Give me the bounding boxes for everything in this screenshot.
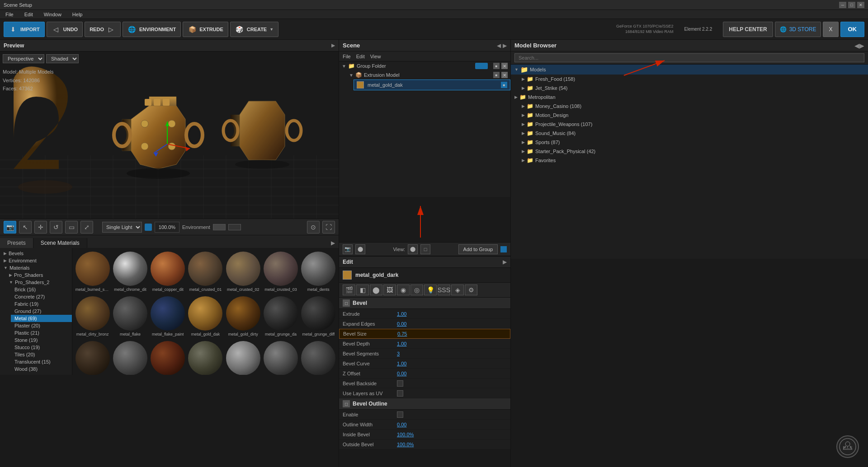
cancel-button[interactable]: X: [823, 22, 838, 37]
tree-ground[interactable]: Ground (27): [11, 308, 72, 315]
scene-menu-file[interactable]: File: [343, 54, 351, 59]
tree-metal[interactable]: Metal (69): [11, 315, 72, 322]
tab-presets[interactable]: Presets: [0, 238, 33, 248]
prop-outside-bevel-value[interactable]: 100.0%: [397, 442, 507, 447]
menu-file[interactable]: File: [4, 11, 15, 18]
move-button[interactable]: ✛: [34, 221, 47, 234]
bevel-section-header[interactable]: □ Bevel: [339, 298, 510, 309]
menu-help[interactable]: Help: [71, 11, 85, 18]
viewport-area[interactable]: Perspective Shaded Model: Multiple Model…: [0, 51, 339, 219]
mb-node-sports[interactable]: ▶ 📁 Sports (87): [518, 138, 868, 147]
list-item[interactable]: metal_gold_dak: [187, 294, 224, 338]
model-browser-expand-button[interactable]: ◀: [854, 42, 859, 49]
material-vis-button[interactable]: ■: [501, 82, 507, 88]
tab-refraction-icon[interactable]: ◎: [410, 285, 423, 295]
tab-settings-icon[interactable]: ⚙: [465, 285, 477, 295]
prop-outline-width-value[interactable]: 0.00: [397, 422, 507, 427]
list-item[interactable]: metal_copper_dit: [150, 250, 186, 294]
list-item[interactable]: metal_pannel_colo: [300, 339, 337, 375]
scene-expand-button[interactable]: ◀: [497, 42, 501, 49]
frame-button[interactable]: ▭: [65, 221, 78, 234]
maximize-button[interactable]: □: [848, 2, 855, 8]
tree-materials[interactable]: ▼ Materials: [0, 264, 72, 271]
prop-expand-edges-value[interactable]: 0.00: [397, 321, 507, 327]
select-button[interactable]: ↖: [19, 221, 32, 234]
prop-extrude-value[interactable]: 1.00: [397, 311, 507, 317]
prop-inside-bevel-value[interactable]: 100.0%: [397, 432, 507, 437]
prop-outline-enable-checkbox[interactable]: [397, 411, 403, 418]
view-mode-select[interactable]: Perspective: [3, 54, 44, 63]
prop-bevel-segments-value[interactable]: 3: [397, 351, 507, 356]
edit-expand-button[interactable]: ▶: [503, 259, 507, 265]
list-item[interactable]: metal_grunge_rust: [150, 339, 186, 375]
environment-button[interactable]: 🌐 ENVIRONMENT: [123, 22, 181, 37]
list-item[interactable]: metal_painted: [262, 339, 299, 375]
tree-tiles[interactable]: Tiles (20): [11, 351, 72, 358]
tab-diffuse-icon[interactable]: ⬤: [370, 285, 382, 295]
tree-wood[interactable]: Wood (38): [11, 365, 72, 373]
redo-button[interactable]: REDO ▷: [85, 22, 121, 37]
scene-menu-view[interactable]: View: [370, 54, 381, 59]
ok-button[interactable]: OK: [840, 22, 865, 37]
bevel-outline-section-header[interactable]: □ Bevel Outline: [339, 398, 510, 410]
mb-node-sound-music[interactable]: ▶ 📁 Sound_Music (84): [518, 129, 868, 138]
tree-pro-shaders-2[interactable]: ▼ Pro_Shaders_2: [5, 279, 72, 286]
tree-concrete[interactable]: Concrete (27): [11, 293, 72, 300]
tab-scene-materials[interactable]: Scene Materials: [33, 238, 87, 248]
help-center-button[interactable]: HELP CENTER: [723, 22, 773, 37]
add-to-group-color-button[interactable]: [500, 246, 507, 252]
tree-plaster[interactable]: Plaster (20): [11, 322, 72, 329]
preview-collapse-button[interactable]: ▶: [331, 43, 335, 48]
mb-node-starter-pack[interactable]: ▶ 📁 Starter_Pack_Physical (42): [518, 147, 868, 156]
list-item[interactable]: metal_burned_scat: [74, 250, 111, 294]
mb-node-favorites[interactable]: ▶ 📁 Favorites: [518, 156, 868, 165]
view-cube-button[interactable]: □: [420, 244, 430, 254]
mb-node-models[interactable]: ▼ 📁 Models: [511, 65, 868, 75]
list-item[interactable]: metal_dents: [300, 250, 337, 294]
list-item[interactable]: metal_grunge_diff: [300, 294, 337, 338]
prop-bevel-backside-checkbox[interactable]: [397, 380, 403, 387]
close-button[interactable]: ✕: [857, 2, 864, 8]
add-to-group-button[interactable]: Add to Group: [458, 244, 498, 254]
tree-fabric[interactable]: Fabric (19): [11, 300, 72, 308]
list-item[interactable]: metal_flake: [112, 294, 148, 338]
list-item[interactable]: metal_crusted_03: [262, 250, 299, 294]
list-item[interactable]: metal_grunge_mid: [112, 339, 148, 375]
minimize-button[interactable]: ─: [839, 2, 846, 8]
mb-node-jet-strike[interactable]: ▶ 📁 Jet_Strike (54): [518, 84, 868, 93]
tab-image-icon[interactable]: 🖼: [383, 285, 396, 295]
scene-node-group-folder[interactable]: ▼ 📁 Group Folder ■ ✕: [339, 61, 510, 70]
list-item[interactable]: metal_dirty_bronz: [74, 294, 111, 338]
mb-node-projectile-weapons[interactable]: ▶ 📁 Projectile_Weapons (107): [518, 120, 868, 129]
view-sphere-button[interactable]: ⬤: [408, 244, 418, 254]
tab-illumination-icon[interactable]: 💡: [424, 285, 437, 295]
extrusion-vis-button[interactable]: ■: [493, 72, 500, 78]
menu-edit[interactable]: Edit: [23, 11, 35, 18]
scene-menu-edit[interactable]: Edit: [356, 54, 365, 59]
light-toggle[interactable]: [145, 224, 152, 231]
list-item[interactable]: metal_crusted_02: [225, 250, 261, 294]
viewport-layout-button[interactable]: ⛶: [322, 221, 335, 234]
tab-scene-icon[interactable]: 🎬: [343, 285, 355, 295]
tree-environment[interactable]: ▶ Environment: [0, 257, 72, 264]
tree-translucent[interactable]: Translucent (15): [11, 358, 72, 365]
tree-bevels[interactable]: ▶ Bevels: [0, 250, 72, 257]
materials-panel-expand[interactable]: ▶: [327, 238, 339, 248]
tab-sss-icon[interactable]: SSS: [438, 285, 450, 295]
list-item[interactable]: metal_light_scratc: [225, 339, 261, 375]
edit-material-color-swatch[interactable]: [343, 271, 352, 280]
mb-node-metropolitan[interactable]: ▶ 📁 Metropolitan: [511, 93, 868, 102]
shading-mode-select[interactable]: Shaded: [46, 54, 79, 63]
scene-node-extrusion-model[interactable]: ▼ 📦 Extrusion Model ■ ✕: [346, 70, 510, 79]
scene-collapse-button[interactable]: ▶: [503, 42, 507, 49]
mb-node-fresh-food[interactable]: ▶ 📁 Fresh_Food (158): [518, 75, 868, 84]
prop-z-offset-value[interactable]: 0.00: [397, 371, 507, 376]
mb-node-money-casino[interactable]: ▶ 📁 Money_Casino (108): [518, 102, 868, 111]
list-item[interactable]: metal_chrome_dit: [112, 250, 148, 294]
env-color-swatch[interactable]: [228, 224, 241, 230]
prop-bevel-size-value[interactable]: 0.75: [397, 331, 506, 336]
import-button[interactable]: ⬇ IMPORT: [4, 22, 45, 37]
environment-toggle[interactable]: [213, 224, 226, 230]
scene-view-camera-icon[interactable]: 📷: [343, 244, 353, 254]
model-browser-search-input[interactable]: [514, 53, 864, 62]
